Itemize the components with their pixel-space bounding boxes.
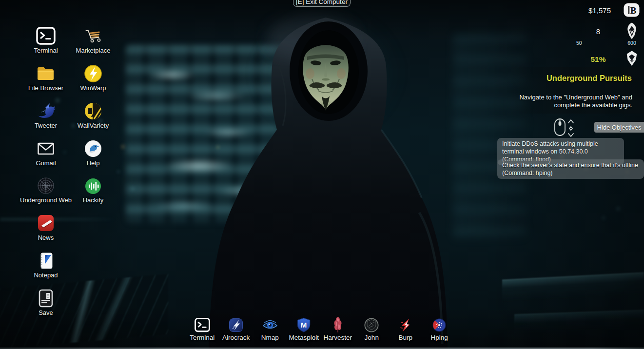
- svg-text:B: B: [630, 5, 637, 16]
- taskbar-item-terminal[interactable]: Terminal: [185, 317, 219, 341]
- desktop-icon-label: File Browser: [28, 85, 63, 92]
- desktop-icon-marketplace[interactable]: Marketplace: [70, 26, 117, 54]
- desktop-icon-hackify[interactable]: Hackify: [70, 176, 117, 204]
- shopping-cart-icon: [82, 26, 104, 46]
- taskbar-item-nmap[interactable]: Nmap: [253, 317, 287, 341]
- desktop-icon-file-browser[interactable]: File Browser: [22, 64, 69, 92]
- objectives-title: Underground Pursuits: [495, 74, 632, 83]
- taskbar: Terminal Airocrack Nmap M Metasploit Har…: [185, 317, 456, 341]
- folder-icon: [35, 64, 57, 83]
- currency-logo-icon: B: [624, 3, 640, 17]
- taskbar-item-airocrack[interactable]: Airocrack: [219, 317, 254, 341]
- save-disk-icon: [36, 289, 56, 308]
- dark-web-mandala-icon: [36, 176, 56, 195]
- svg-text:M: M: [301, 321, 307, 329]
- desktop-icon-wallvariety[interactable]: WallVariety: [70, 101, 117, 129]
- taskbar-item-label: Burp: [398, 334, 412, 341]
- shield-m-icon: M: [296, 317, 312, 333]
- taskbar-item-metasploit[interactable]: M Metasploit: [287, 317, 321, 341]
- taskbar-item-label: John: [365, 334, 379, 341]
- hide-objectives-label: Hide Objectives: [597, 124, 641, 131]
- desktop: [E] Exit Computer $1,575 B 8 50 600 51% …: [0, 0, 644, 349]
- desktop-icon-gomail[interactable]: Gomail: [22, 139, 69, 167]
- taskbar-item-label: Metasploit: [289, 334, 319, 341]
- taskbar-item-label: Harvester: [323, 334, 352, 341]
- desktop-icon-news[interactable]: News: [22, 213, 69, 241]
- taskbar-item-label: Nmap: [261, 334, 279, 341]
- level-value: 8: [574, 27, 623, 36]
- desktop-icon-save[interactable]: Save: [22, 289, 69, 316]
- desktop-icon-label: WallVariety: [78, 122, 109, 129]
- crest-bird-icon: [364, 317, 379, 333]
- desktop-icon-winwarp[interactable]: WinWarp: [70, 64, 117, 92]
- taskbar-item-harvester[interactable]: Harvester: [321, 317, 355, 341]
- envelope-icon: [35, 139, 57, 158]
- desktop-icon-label: Underground Web: [20, 197, 72, 204]
- lightning-circle-icon: [83, 64, 103, 83]
- exit-computer-label: [E] Exit Computer: [296, 0, 348, 5]
- desktop-icon-notepad[interactable]: Notepad: [22, 251, 69, 279]
- desktop-icon-label: Save: [39, 310, 53, 316]
- desktop-icon-label: Notepad: [34, 272, 58, 279]
- desktop-icon-label: Gomail: [36, 160, 56, 167]
- objectives-description: Navigate to the "Underground Web" and co…: [495, 94, 632, 109]
- target-circle-icon: [431, 317, 447, 333]
- desktop-icon-terminal[interactable]: Terminal: [22, 26, 69, 54]
- red-feather-icon: [332, 317, 344, 333]
- hide-objectives-button[interactable]: Hide Objectives: [594, 122, 644, 133]
- desktop-icon-label: Help: [87, 160, 100, 167]
- desktop-icon-label: Terminal: [34, 47, 58, 54]
- terminal-icon: [194, 317, 211, 333]
- desktop-icon-tweeter[interactable]: Tweeter: [22, 101, 69, 129]
- eye-icon: [261, 317, 279, 333]
- kingfisher-circle-icon: [83, 139, 103, 158]
- xp-max-value: 600: [624, 40, 640, 46]
- desktop-icon-label: WinWarp: [80, 85, 106, 92]
- airocrack-bolt-icon: [228, 317, 244, 333]
- mouse-scroll-icon: [554, 117, 574, 139]
- blue-bird-icon: [35, 101, 57, 121]
- taskbar-item-john[interactable]: John: [355, 317, 389, 341]
- red-flash-icon: [398, 317, 413, 333]
- desktop-icon-underground-web[interactable]: Underground Web: [22, 176, 69, 204]
- exit-computer-button[interactable]: [E] Exit Computer: [293, 0, 351, 7]
- objective-task: Check the server's state and ensure that…: [497, 159, 644, 179]
- taskbar-item-hping[interactable]: Hping: [423, 317, 457, 341]
- heat-percent-value: 51%: [574, 55, 623, 64]
- terminal-icon: [35, 26, 57, 46]
- taskbar-item-label: Terminal: [190, 334, 215, 341]
- desktop-icon-label: News: [38, 234, 54, 241]
- taskbar-item-burp[interactable]: Burp: [389, 317, 423, 341]
- money-value: $1,575: [536, 6, 611, 15]
- news-stripe-icon: [36, 213, 56, 233]
- xp-current-value: 50: [576, 40, 582, 46]
- equalizer-circle-icon: [84, 176, 102, 195]
- desktop-icon-help[interactable]: Help: [70, 139, 117, 167]
- striped-circle-icon: [83, 101, 103, 121]
- desktop-icon-label: Marketplace: [76, 47, 111, 54]
- notepad-pen-icon: [36, 251, 56, 271]
- hooded-rank-icon: [626, 22, 638, 40]
- mask-rank-icon: [625, 50, 639, 67]
- desktop-icon-label: Tweeter: [35, 122, 57, 129]
- taskbar-item-label: Airocrack: [222, 334, 250, 341]
- taskbar-item-label: Hping: [431, 334, 448, 341]
- desktop-icon-label: Hackify: [83, 197, 104, 204]
